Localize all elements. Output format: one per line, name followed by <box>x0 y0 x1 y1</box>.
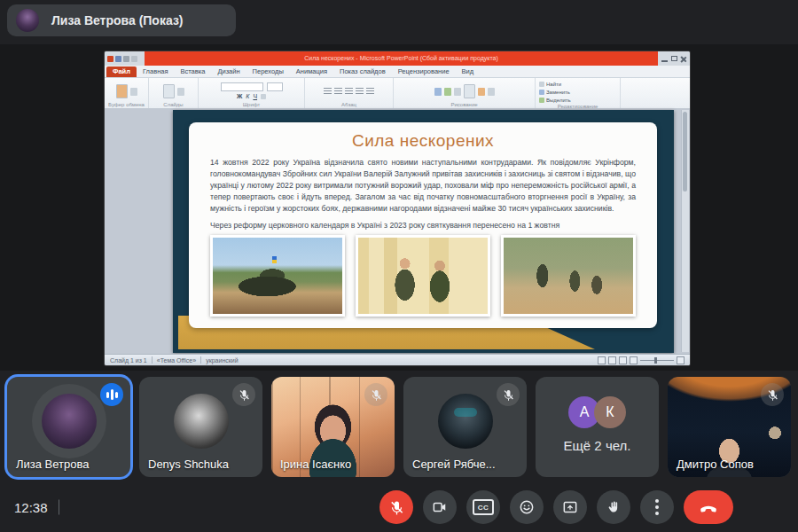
camera-button[interactable] <box>423 490 457 524</box>
arrange-icon <box>464 84 475 98</box>
speaking-indicator-icon <box>100 383 123 406</box>
scrollbar <box>681 110 689 352</box>
participant-name: Сергей Рябче... <box>412 458 496 471</box>
cut-icon <box>130 88 137 96</box>
mic-mute-button[interactable] <box>379 490 413 524</box>
tab-design: Дизайн <box>211 66 246 77</box>
tab-transitions: Переходы <box>246 66 290 77</box>
reading-view-icon <box>619 356 627 364</box>
more-options-button[interactable] <box>640 490 674 524</box>
ribbon: Буфер обмена Слайды Ж К Ч <box>105 78 690 110</box>
captions-button[interactable]: CC <box>466 490 500 524</box>
participant-tile-more-people[interactable]: A К Ещё 2 чел. <box>536 377 659 477</box>
redo-icon <box>131 56 137 62</box>
present-screen-button[interactable] <box>553 490 587 524</box>
mic-muted-icon <box>761 383 784 406</box>
tab-slideshow: Показ слайдов <box>333 66 392 77</box>
presenter-banner: Лиза Ветрова (Показ) <box>7 4 236 36</box>
ribbon-group-editing: Найти Заменить Выделить Редактирование <box>536 78 621 109</box>
align-center-icon <box>356 88 364 95</box>
shape-fill-icon <box>488 88 495 96</box>
ribbon-group-label: Буфер обмена <box>108 102 145 108</box>
powerpoint-titlebar: Сила нескорених - Microsoft PowerPoint (… <box>105 51 690 66</box>
more-people-label: Ещё 2 чел. <box>536 438 659 453</box>
layout-icon <box>177 88 184 96</box>
presenter-avatar <box>16 9 39 32</box>
mic-muted-icon <box>232 383 255 406</box>
status-separator <box>152 356 153 364</box>
ribbon-group-slides: Слайды <box>149 78 199 109</box>
ribbon-group-label: Шрифт <box>202 102 301 108</box>
tab-insert: Вставка <box>175 66 212 77</box>
status-language: украинский <box>206 357 239 364</box>
participant-tile-dmytro[interactable]: Дмитро Сопов <box>668 377 791 477</box>
slide-title: Сила нескорених <box>210 131 636 151</box>
tab-animation: Анимация <box>290 66 333 77</box>
ribbon-group-drawing: Рисование <box>394 78 536 109</box>
slideshow-view-icon <box>630 356 638 364</box>
ribbon-tab-bar: Файл Главная Вставка Дизайн Переходы Ани… <box>105 66 690 78</box>
select-label: Выделить <box>546 97 571 104</box>
raise-hand-button[interactable] <box>597 490 630 524</box>
powerpoint-app-icon <box>107 56 113 62</box>
zoom-slider <box>640 360 674 361</box>
slide: Сила нескорених 14 жовтня 2022 року Укра… <box>173 110 674 353</box>
window-title: Сила нескорених - Microsoft PowerPoint (… <box>145 51 658 66</box>
participant-tile-sergey[interactable]: Сергей Рябче... <box>403 377 527 477</box>
window-controls <box>658 51 690 66</box>
status-separator <box>200 356 201 364</box>
screen-share-stage: Сила нескорених - Microsoft PowerPoint (… <box>0 44 798 371</box>
ribbon-group-label: Рисование <box>397 102 531 108</box>
shape-ellipse-icon <box>444 88 451 96</box>
slide-photo-row <box>210 235 636 317</box>
quick-access-toolbar <box>105 51 145 66</box>
participant-tile-liza[interactable]: Лиза Ветрова <box>7 377 130 477</box>
participant-name: Denys Shchuka <box>148 458 229 471</box>
bottom-bar: 12:38 CC <box>0 482 798 532</box>
google-meet-window: Лиза Ветрова (Показ) Сила нескорених - M… <box>0 0 798 532</box>
powerpoint-status-bar: Слайд 1 из 1 «Тема Office» украинский <box>105 354 690 365</box>
scrollbar-thumb <box>683 112 687 192</box>
ukrainian-flag <box>272 256 277 263</box>
avatar <box>174 394 229 449</box>
minimize-icon <box>661 56 668 62</box>
tab-review: Рецензирование <box>392 66 456 77</box>
participant-name: Ірина Ісаєнко <box>280 458 351 471</box>
end-call-button[interactable] <box>684 490 733 524</box>
more-dots-icon <box>655 499 659 515</box>
slide-photo-soldiers-forest <box>501 235 636 317</box>
group-avatars: A К <box>536 396 659 428</box>
ribbon-group-font: Ж К Ч Шрифт <box>199 78 305 109</box>
bold-button: Ж <box>237 93 242 100</box>
participant-tile-denys[interactable]: Denys Shchuka <box>139 377 262 477</box>
quick-styles-icon <box>478 88 485 96</box>
reactions-button[interactable] <box>510 490 544 524</box>
italic-button: К <box>246 93 249 100</box>
sorter-view-icon <box>608 356 616 364</box>
avatar <box>438 394 493 449</box>
paste-icon <box>116 84 128 98</box>
avatar-letter-k: К <box>594 396 626 428</box>
font-color-icon <box>261 94 266 99</box>
participant-strip: Лиза Ветрова Denys Shchuka Ірина Ісаєнко… <box>7 377 791 477</box>
align-right-icon <box>366 88 374 95</box>
ribbon-group-label: Слайды <box>153 102 194 108</box>
shape-arrow-icon <box>454 88 461 96</box>
select-icon <box>539 98 544 103</box>
participant-name: Лиза Ветрова <box>16 458 89 471</box>
slide-paragraph-1: 14 жовтня 2022 року Україна відзначила с… <box>210 157 636 215</box>
call-controls: CC <box>379 490 733 524</box>
ribbon-group-label: Абзац <box>309 102 389 108</box>
ribbon-group-clipboard: Буфер обмена <box>105 78 149 109</box>
normal-view-icon <box>598 356 606 364</box>
status-theme: «Тема Office» <box>157 357 196 364</box>
powerpoint-shared-window: Сила нескорених - Microsoft PowerPoint (… <box>105 51 690 365</box>
presenter-name: Лиза Ветрова (Показ) <box>51 13 184 27</box>
mic-muted-icon <box>497 383 520 406</box>
participant-tile-iryna[interactable]: Ірина Ісаєнко <box>271 377 395 477</box>
status-slide-info: Слайд 1 из 1 <box>110 357 147 364</box>
avatar <box>42 394 97 449</box>
find-label: Найти <box>546 81 561 88</box>
fit-to-window-icon <box>677 356 685 364</box>
undo-icon <box>123 56 129 62</box>
